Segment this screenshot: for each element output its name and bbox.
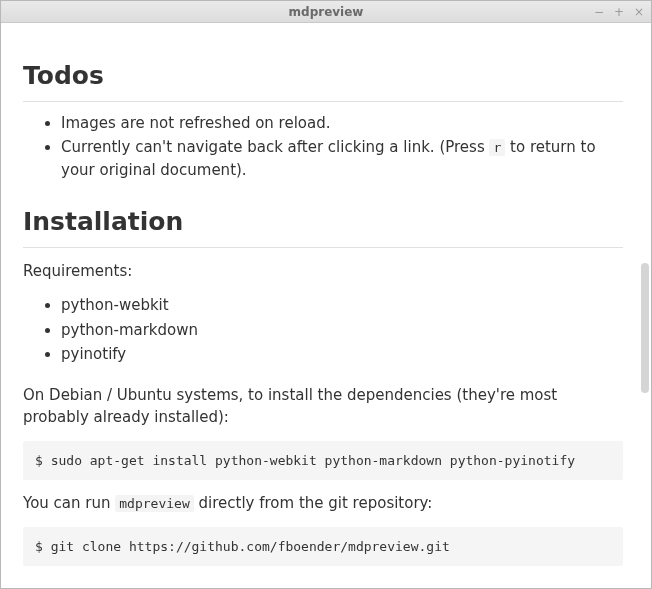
list-item: python-webkit: [61, 294, 623, 317]
code-block-clone: $ git clone https://github.com/fboender/…: [23, 527, 623, 567]
window-title: mdpreview: [1, 5, 651, 19]
window-controls: − + ×: [593, 1, 645, 23]
run-paragraph: You can run mdpreview directly from the …: [23, 492, 623, 515]
scrollbar-thumb[interactable]: [641, 263, 649, 393]
text: You can run: [23, 494, 115, 512]
todos-list: Images are not refreshed on reload. Curr…: [23, 112, 623, 182]
requirements-label: Requirements:: [23, 260, 623, 283]
requirements-list: python-webkit python-markdown pyinotify: [23, 294, 623, 366]
list-item: pyinotify: [61, 343, 623, 366]
app-window: mdpreview − + × Todos Images are not ref…: [0, 0, 652, 589]
inline-code: r: [489, 139, 505, 156]
list-item: Currently can't navigate back after clic…: [61, 136, 623, 181]
close-button[interactable]: ×: [633, 6, 645, 18]
debian-paragraph: On Debian / Ubuntu systems, to install t…: [23, 384, 623, 429]
list-item: Images are not refreshed on reload.: [61, 112, 623, 135]
inline-code: mdpreview: [115, 495, 193, 512]
document-body: Todos Images are not refreshed on reload…: [1, 23, 651, 588]
content-viewport: Todos Images are not refreshed on reload…: [1, 23, 651, 588]
list-item: python-markdown: [61, 319, 623, 342]
heading-installation: Installation: [23, 203, 623, 248]
heading-todos: Todos: [23, 57, 623, 102]
text: directly from the git repository:: [194, 494, 433, 512]
maximize-button[interactable]: +: [613, 6, 625, 18]
code-block-install: $ sudo apt-get install python-webkit pyt…: [23, 441, 623, 481]
titlebar[interactable]: mdpreview − + ×: [1, 1, 651, 23]
minimize-button[interactable]: −: [593, 6, 605, 18]
text: Currently can't navigate back after clic…: [61, 138, 489, 156]
